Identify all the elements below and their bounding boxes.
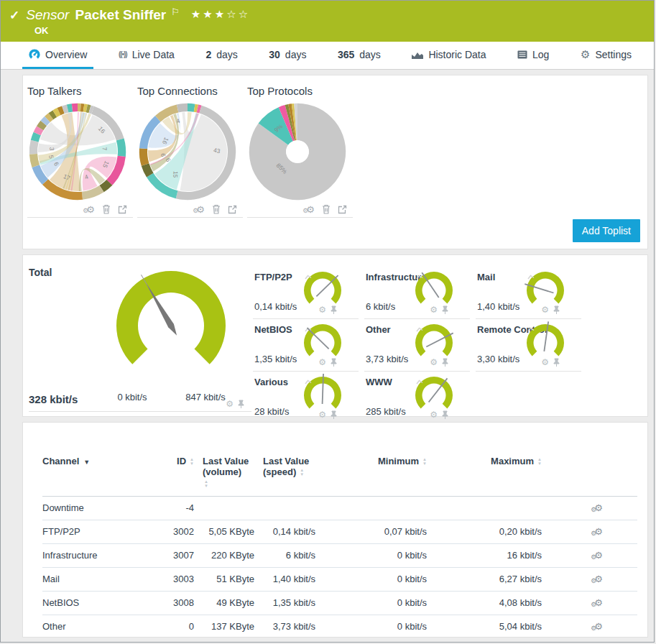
toplist-chart-top-protocols[interactable]: 9%85% xyxy=(247,101,348,202)
gauge-cell-netbios: NetBIOS1,35 kbit/s⚙ xyxy=(253,319,359,372)
channel-settings-icon[interactable]: ⚙⚙ xyxy=(594,550,603,561)
gauge-settings-gear-icon[interactable]: ⚙ xyxy=(430,410,438,420)
tab-overview[interactable]: Overview xyxy=(22,42,93,69)
cell-speed: 1,35 kbit/s xyxy=(254,591,315,615)
gear-icon: ⚙ xyxy=(581,48,590,61)
tab-label: days xyxy=(216,49,238,60)
gauge-max-label: 847 kbit/s xyxy=(179,392,232,402)
tab-log[interactable]: Log xyxy=(511,42,555,69)
sort-icon: ▲▼ xyxy=(204,480,254,489)
toplist-top-talkers: Top Talkers16715417653⚙⚙ xyxy=(27,85,137,218)
cell-speed: 6 kbit/s xyxy=(254,543,315,567)
gauge-cell-empty xyxy=(476,372,581,424)
column-header-maximum[interactable]: Maximum▲▼ xyxy=(427,456,542,496)
channel-settings-icon[interactable]: ⚙⚙ xyxy=(594,526,603,537)
pin-icon[interactable] xyxy=(331,305,337,314)
column-header-channel[interactable]: Channel▼ xyxy=(42,456,157,496)
tab-label: Live Data xyxy=(132,49,175,60)
tab-label: Settings xyxy=(595,49,632,60)
external-link-icon[interactable] xyxy=(228,205,237,214)
priority-stars[interactable]: ★★★☆☆ xyxy=(191,8,250,21)
tab-number: 2 xyxy=(205,49,211,60)
channel-settings-icon[interactable]: ⚙⚙ xyxy=(594,621,603,632)
cell-max: 6,27 kbit/s xyxy=(427,567,542,591)
channel-gauge-title: Various xyxy=(254,377,288,387)
toplist-chart-top-talkers[interactable]: 16715417653 xyxy=(27,101,128,202)
table-row-downtime: Downtime-4⚙⚙ xyxy=(42,496,637,520)
toplist-settings-icon[interactable]: ⚙⚙ xyxy=(306,205,315,214)
toplist-settings-icon[interactable]: ⚙⚙ xyxy=(196,205,205,214)
priority-flag-icon[interactable]: ⚐ xyxy=(171,6,180,17)
column-header-last-value-volume-[interactable]: Last Value(volume)▲▼ xyxy=(194,456,254,496)
cell-channel: FTP/P2P xyxy=(42,520,157,543)
sensor-header: ✓ Sensor Packet Sniffer ⚐ ★★★☆☆ OK xyxy=(1,1,654,42)
channel-gauge-value: 3,73 kbit/s xyxy=(366,354,408,364)
gauge-settings-gear-icon[interactable]: ⚙ xyxy=(318,305,326,315)
channel-gauge-value: 28 kbit/s xyxy=(254,406,289,417)
cell-max xyxy=(427,496,542,520)
pin-icon[interactable] xyxy=(553,305,560,314)
gauge-settings-gear-icon[interactable]: ⚙ xyxy=(541,305,549,315)
delete-trash-icon[interactable] xyxy=(322,204,331,214)
cell-actions: ⚙⚙ xyxy=(542,567,637,591)
channel-gauge-title: Mail xyxy=(477,272,495,282)
tab-30-days[interactable]: 30days xyxy=(262,42,313,69)
toplist-top-connections: Top Connections431615664⚙⚙ xyxy=(137,85,246,218)
channel-settings-icon[interactable]: ⚙⚙ xyxy=(594,502,603,513)
total-gauge-title: Total xyxy=(29,267,52,278)
pin-icon[interactable] xyxy=(442,358,448,367)
channel-settings-icon[interactable]: ⚙⚙ xyxy=(594,574,603,584)
column-header-id[interactable]: ID▲▼ xyxy=(157,456,194,496)
log-icon xyxy=(517,50,527,59)
gauge-settings-gear-icon[interactable]: ⚙ xyxy=(318,410,326,420)
channel-settings-icon[interactable]: ⚙⚙ xyxy=(594,597,603,608)
add-toplist-button[interactable]: Add Toplist xyxy=(573,219,640,242)
tab-settings[interactable]: ⚙Settings xyxy=(574,42,638,69)
pin-icon[interactable] xyxy=(238,400,244,408)
external-link-icon[interactable] xyxy=(338,205,347,214)
channel-gauge-title: WWW xyxy=(366,377,392,387)
gauge-settings-gear-icon[interactable]: ⚙ xyxy=(430,357,438,367)
external-link-icon[interactable] xyxy=(118,205,127,214)
channel-gauge-value: 1,35 kbit/s xyxy=(254,354,297,364)
gauge-settings-gear-icon[interactable]: ⚙ xyxy=(541,357,549,367)
pin-icon[interactable] xyxy=(331,410,337,419)
cell-actions: ⚙⚙ xyxy=(542,615,637,638)
pin-icon[interactable] xyxy=(331,358,337,367)
delete-trash-icon[interactable] xyxy=(212,204,221,214)
toplist-toolbar: ⚙⚙ xyxy=(27,202,133,218)
toplist-chart-top-connections[interactable]: 431615664 xyxy=(137,101,238,202)
tab-label: days xyxy=(359,49,381,60)
pin-icon[interactable] xyxy=(442,410,448,419)
channel-gauge-value: 3,30 kbit/s xyxy=(477,354,519,364)
tab-historic-data[interactable]: Historic Data xyxy=(405,42,492,69)
table-row-netbios: NetBIOS300849 KByte1,35 kbit/s0 kbit/s4,… xyxy=(42,591,637,615)
channel-gauge-value: 6 kbit/s xyxy=(366,301,395,312)
tab-live-data[interactable]: ((•))Live Data xyxy=(112,42,181,69)
gauge-settings-gear-icon[interactable]: ⚙ xyxy=(318,357,326,367)
tab-365-days[interactable]: 365days xyxy=(331,42,387,69)
pin-icon[interactable] xyxy=(553,358,560,367)
toplist-settings-icon[interactable]: ⚙⚙ xyxy=(86,205,95,214)
toplist-title: Top Protocols xyxy=(247,85,356,97)
cell-volume: 51 KByte xyxy=(194,567,254,591)
channel-gauge-title: Other xyxy=(366,324,391,335)
sort-icon: ▲▼ xyxy=(300,469,304,477)
gauge-cell-www: WWW285 kbit/s⚙ xyxy=(364,372,470,424)
pin-icon[interactable] xyxy=(442,305,448,314)
cell-volume: 220 KByte xyxy=(194,543,254,567)
cell-min: 0,07 kbit/s xyxy=(315,520,427,543)
gauge-settings-gear-icon[interactable]: ⚙ xyxy=(226,399,234,409)
delete-trash-icon[interactable] xyxy=(102,204,111,214)
cell-volume: 49 KByte xyxy=(194,591,254,615)
cell-speed: 3,73 kbit/s xyxy=(254,615,315,638)
column-header-last-value-speed-[interactable]: Last Value(speed)▲▼ xyxy=(254,456,315,496)
channel-gauge-www xyxy=(411,372,457,414)
tab-2-days[interactable]: 2days xyxy=(199,42,244,69)
cell-id: 0 xyxy=(157,615,194,638)
gauge-settings-gear-icon[interactable]: ⚙ xyxy=(430,305,438,315)
total-gauge-block: Total 0 kbit/s 847 kbit/s 328 kbit/s ⚙ xyxy=(29,267,251,412)
channel-gauge-remote-control xyxy=(522,320,568,362)
gauge-cell-mail: Mail1,40 kbit/s⚙ xyxy=(476,267,581,319)
column-header-minimum[interactable]: Minimum▲▼ xyxy=(315,456,427,496)
